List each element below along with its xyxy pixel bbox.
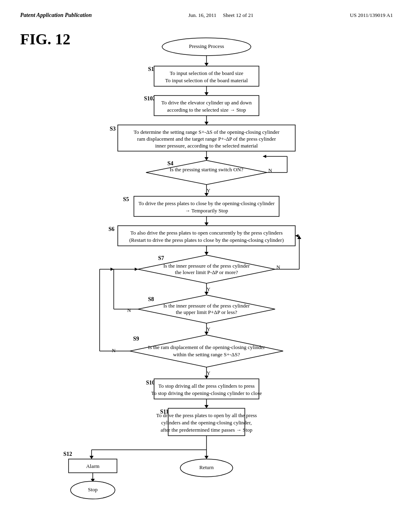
s5-text1: To drive the press plates to close by th… bbox=[138, 200, 275, 206]
s5-text2: → Temporarily Stop bbox=[185, 208, 228, 214]
s8-y-label: Y bbox=[206, 326, 211, 332]
s102-text2: according to the selected size → Stop bbox=[167, 107, 246, 113]
return-label: Return bbox=[199, 464, 214, 470]
s9-y-label: Y bbox=[206, 370, 211, 376]
s11-text1: To drive the press plates to open by all… bbox=[156, 412, 257, 418]
s7-text1: Is the inner pressure of the press cylin… bbox=[163, 263, 250, 269]
svg-marker-60 bbox=[204, 456, 209, 459]
s8-label: S8 bbox=[148, 296, 154, 302]
pressing-process-label: Pressing Process bbox=[189, 43, 224, 49]
page: Patent Application Publication Jun. 16, … bbox=[0, 0, 413, 532]
s5-label: S5 bbox=[123, 196, 129, 202]
s1-text2: To input selection of the board material bbox=[165, 77, 248, 83]
svg-marker-18 bbox=[204, 193, 209, 196]
flowchart: Pressing Process S1 To input selection o… bbox=[20, 31, 393, 506]
svg-marker-39 bbox=[204, 332, 209, 335]
svg-marker-37 bbox=[135, 268, 138, 271]
s12-label: S12 bbox=[63, 451, 72, 457]
s9-label: S9 bbox=[133, 336, 139, 342]
s102-text1: To drive the elevator cylinder up and do… bbox=[161, 100, 252, 106]
s9-text2: within the setting range S+-ΔS? bbox=[173, 351, 240, 357]
flowchart-svg: Pressing Process S1 To input selection o… bbox=[25, 31, 388, 506]
s7-y-label: Y bbox=[206, 286, 211, 292]
s9-text1: Is the ram displacement of the opening-c… bbox=[148, 344, 265, 350]
s8-n-label: N bbox=[127, 307, 131, 313]
s3-label: S3 bbox=[110, 126, 116, 132]
svg-marker-16 bbox=[263, 155, 266, 158]
s4-y-label: Y bbox=[206, 187, 211, 193]
svg-marker-24 bbox=[204, 252, 209, 255]
svg-marker-54 bbox=[90, 456, 94, 459]
s1-text1: To input selection of the board size bbox=[170, 70, 244, 76]
s9-n-label: N bbox=[112, 347, 116, 353]
svg-marker-2 bbox=[204, 63, 209, 66]
s4-label: S4 bbox=[167, 160, 173, 166]
svg-marker-21 bbox=[204, 222, 209, 226]
svg-marker-49 bbox=[204, 405, 209, 408]
s7-label: S7 bbox=[158, 255, 164, 261]
s3-text1: To determine the setting range S+-ΔS of … bbox=[133, 129, 280, 135]
svg-marker-5 bbox=[204, 92, 209, 96]
s7-text2: the lower limit P-ΔP or more? bbox=[175, 269, 238, 275]
header-publication-label: Patent Application Publication bbox=[20, 12, 92, 19]
s1-label: S1 bbox=[148, 66, 154, 72]
page-header: Patent Application Publication Jun. 16, … bbox=[20, 12, 393, 19]
s3-text2: ram displacement and the target range P+… bbox=[137, 136, 276, 142]
alarm-label: Alarm bbox=[86, 463, 99, 469]
s10-text2: To stop driving the opening-closing cyli… bbox=[151, 390, 262, 396]
s6-text1: To also drive the press plates to open c… bbox=[130, 230, 282, 236]
svg-marker-8 bbox=[204, 122, 209, 125]
s6-label: S6 bbox=[108, 226, 115, 232]
s6-text2: (Restart to drive the press plates to cl… bbox=[129, 237, 284, 243]
svg-marker-44 bbox=[111, 268, 114, 271]
header-date: Jun. 16, 2011 bbox=[188, 12, 217, 18]
s8-text1: Is the inner pressure of the press cylin… bbox=[163, 303, 250, 309]
s11-text3: after the predetermined time passes → St… bbox=[161, 427, 252, 433]
s3-text3: inner pressure, according to the selecte… bbox=[155, 143, 258, 149]
svg-marker-11 bbox=[204, 157, 209, 160]
svg-marker-46 bbox=[204, 376, 209, 379]
s8-text2: the upper limit P+ΔP or less? bbox=[176, 309, 237, 315]
svg-marker-32 bbox=[204, 292, 209, 295]
s4-text1: Is the pressing starting switch ON? bbox=[170, 166, 244, 172]
s11-text2: cylinders and the opening-closing cylind… bbox=[161, 420, 252, 426]
header-date-sheet: Jun. 16, 2011 Sheet 12 of 21 bbox=[188, 12, 253, 19]
svg-marker-12 bbox=[146, 160, 267, 185]
s10-label: S10 bbox=[146, 380, 155, 386]
svg-marker-30 bbox=[295, 234, 298, 237]
header-sheet: Sheet 12 of 21 bbox=[223, 12, 253, 18]
s10-text1: To stop driving all the press cylinders … bbox=[159, 383, 255, 389]
stop-label: Stop bbox=[88, 486, 98, 493]
header-patent-number: US 2011/139019 A1 bbox=[350, 12, 393, 19]
